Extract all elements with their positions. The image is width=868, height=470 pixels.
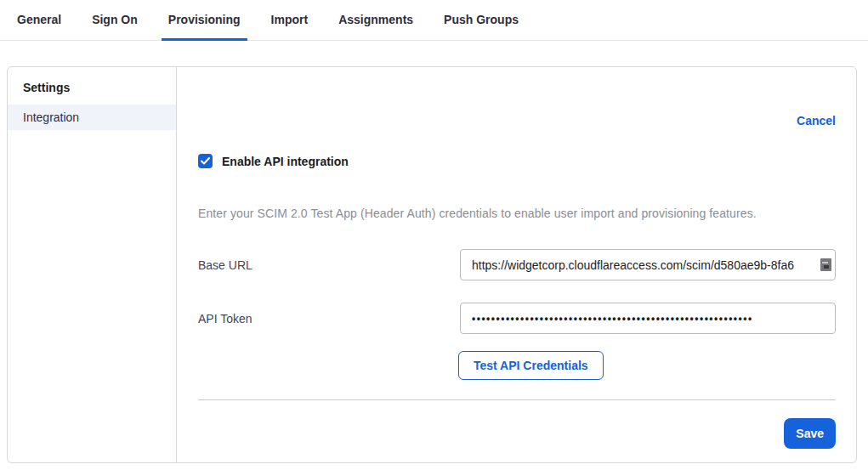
tab-assignments[interactable]: Assignments xyxy=(332,0,420,41)
test-api-credentials-button[interactable]: Test API Credentials xyxy=(458,351,604,380)
sidebar-item-integration[interactable]: Integration xyxy=(8,105,176,130)
save-row: Save xyxy=(198,418,836,449)
api-token-row: API Token xyxy=(198,303,836,334)
enable-api-checkbox[interactable] xyxy=(198,154,213,168)
provisioning-form: Cancel Enable API integration Enter your… xyxy=(177,67,856,462)
check-icon xyxy=(201,157,210,165)
base-url-row: Base URL xyxy=(198,249,836,280)
tab-sign-on[interactable]: Sign On xyxy=(85,0,145,41)
sidebar-header: Settings xyxy=(8,79,176,105)
tab-general[interactable]: General xyxy=(10,0,68,41)
base-url-label: Base URL xyxy=(198,258,460,272)
api-token-input[interactable] xyxy=(460,303,836,334)
credentials-description: Enter your SCIM 2.0 Test App (Header Aut… xyxy=(198,207,836,220)
tab-provisioning[interactable]: Provisioning xyxy=(162,0,247,41)
base-url-input[interactable] xyxy=(460,249,836,280)
api-token-input-wrap xyxy=(460,303,836,334)
api-token-label: API Token xyxy=(198,312,460,326)
save-button[interactable]: Save xyxy=(784,418,836,449)
settings-sidebar: Settings Integration xyxy=(8,67,177,462)
footer-divider xyxy=(198,399,836,400)
enable-api-row: Enable API integration xyxy=(198,154,836,168)
enable-api-label[interactable]: Enable API integration xyxy=(222,155,349,168)
text-cursor-block xyxy=(820,258,831,271)
content-panel: Settings Integration Cancel Enable API i… xyxy=(7,66,857,463)
tab-bar: General Sign On Provisioning Import Assi… xyxy=(0,0,868,41)
test-credentials-row: Test API Credentials xyxy=(198,351,836,380)
base-url-input-wrap xyxy=(460,249,836,280)
tab-import[interactable]: Import xyxy=(264,0,315,41)
cancel-row: Cancel xyxy=(198,113,836,128)
cancel-link[interactable]: Cancel xyxy=(797,114,836,127)
tab-push-groups[interactable]: Push Groups xyxy=(437,0,525,41)
